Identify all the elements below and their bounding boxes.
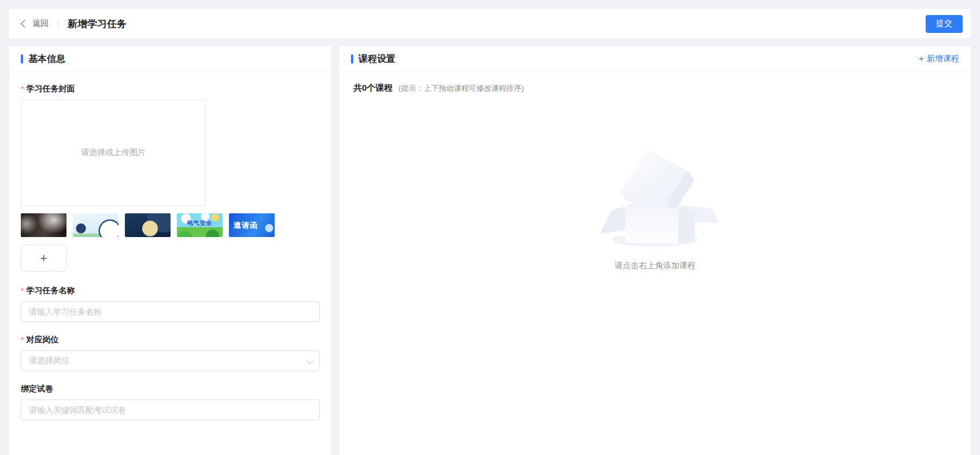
page-title: 新增学习任务	[68, 17, 127, 31]
course-settings-title: 课程设置	[358, 53, 395, 65]
task-name-input[interactable]	[21, 301, 320, 322]
position-label: * 对应岗位	[21, 335, 320, 345]
cover-thumbnail-moon-banner[interactable]	[125, 213, 171, 237]
cover-label: * 学习任务封面	[21, 84, 320, 94]
chevron-left-icon	[21, 20, 29, 28]
empty-box-illustration	[591, 140, 719, 250]
cover-thumbnail-invitation-banner[interactable]: 邀请函	[229, 213, 275, 237]
empty-course-text: 请点击右上角添加课程	[615, 261, 696, 271]
cover-upload-box[interactable]: 请选择或上传图片	[21, 99, 206, 206]
exam-paper-input[interactable]	[21, 399, 320, 420]
add-cover-button[interactable]: +	[21, 245, 66, 272]
course-settings-header: 课程设置 + 新增课程	[339, 46, 971, 72]
back-button[interactable]: 返回	[22, 19, 49, 29]
back-label: 返回	[32, 19, 49, 29]
cover-upload-placeholder: 请选择或上传图片	[81, 147, 146, 158]
cover-thumbnail-row: 电气安全 邀请函	[21, 213, 320, 237]
required-marker: *	[21, 335, 24, 345]
required-marker: *	[21, 84, 24, 94]
add-course-label: 新增课程	[927, 54, 959, 64]
course-drag-hint: (提示：上下拖动课程可修改课程排序)	[398, 83, 524, 94]
plus-icon: +	[919, 54, 924, 64]
basic-info-panel: 基本信息 * 学习任务封面 请选择或上传图片 电气安全	[9, 46, 331, 455]
position-select-placeholder: 请选择岗位	[29, 356, 306, 366]
empty-course-state: 请点击右上角添加课程	[339, 140, 971, 271]
basic-info-header: 基本信息	[9, 46, 331, 72]
chevron-down-icon	[306, 356, 314, 364]
topbar: 返回 新增学习任务 提交	[9, 9, 971, 38]
basic-info-title: 基本信息	[28, 53, 65, 65]
task-name-label: * 学习任务名称	[21, 286, 320, 296]
section-accent-bar	[351, 54, 353, 64]
exam-paper-label: 绑定试卷	[21, 384, 320, 394]
cover-thumbnail-dark-room[interactable]	[21, 213, 66, 237]
add-course-button[interactable]: + 新增课程	[919, 54, 959, 64]
position-select[interactable]: 请选择岗位	[21, 350, 320, 371]
plus-icon: +	[40, 252, 47, 265]
cover-thumbnail-cartoon-banner[interactable]: 电气安全	[177, 213, 223, 237]
cover-thumbnail-crescent-banner[interactable]	[73, 213, 119, 237]
thumbnail-overlay-text: 电气安全	[187, 219, 213, 227]
divider	[58, 20, 58, 28]
required-marker: *	[21, 286, 24, 295]
course-settings-panel: 课程设置 + 新增课程 共0个课程 (提示：上下拖动课程可修改课程排序)	[339, 46, 971, 455]
course-count: 共0个课程	[353, 83, 393, 94]
section-accent-bar	[21, 54, 23, 64]
thumbnail-overlay-text: 邀请函	[234, 220, 258, 231]
submit-button[interactable]: 提交	[926, 15, 963, 33]
